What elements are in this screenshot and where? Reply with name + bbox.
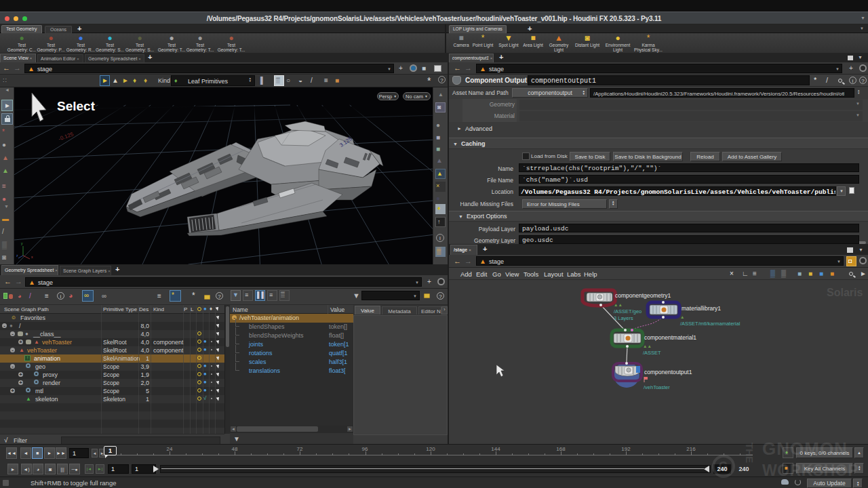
svg-text:▲: ▲ [680,314,684,319]
svg-text:/ASSET/mtl/karmamaterial: /ASSET/mtl/karmamaterial [680,321,741,327]
svg-text:materiallibrary1: materiallibrary1 [682,305,721,312]
svg-text:3 Layers: 3 Layers [614,315,633,321]
svg-text:/ASSET: /ASSET [643,350,661,356]
svg-text:x: x [31,255,33,259]
svg-text:▲▲: ▲▲ [614,302,623,307]
svg-text:z: z [16,253,18,258]
svg-text:▲▲: ▲▲ [643,344,652,348]
svg-text:/ASSET/geo: /ASSET/geo [614,308,642,314]
svg-text:y: y [21,242,23,245]
svg-text:/vehToaster: /vehToaster [644,384,670,390]
svg-text:componentgeometry1: componentgeometry1 [615,292,671,299]
svg-text:componentoutput1: componentoutput1 [644,369,692,375]
svg-text:componentmaterial1: componentmaterial1 [644,334,696,341]
